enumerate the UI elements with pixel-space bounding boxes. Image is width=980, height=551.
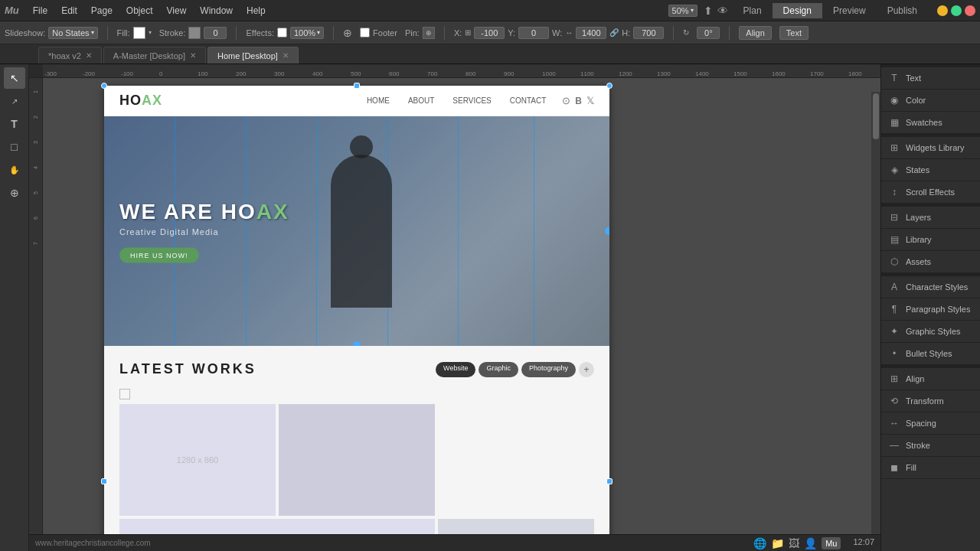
x-input[interactable] — [474, 27, 505, 39]
user-icon[interactable]: 👤 — [804, 537, 817, 549]
paragraph-styles-panel-item[interactable]: ¶ Paragraph Styles — [881, 298, 980, 320]
mode-preview[interactable]: Preview — [822, 3, 877, 18]
menu-edit[interactable]: Edit — [55, 4, 83, 18]
panel-section-stroke: — Stroke — [881, 435, 980, 457]
work-item-1[interactable]: 1280 x 860 — [119, 404, 276, 516]
nav-about[interactable]: ABOUT — [400, 93, 443, 108]
rotation-input[interactable] — [697, 27, 720, 39]
handle-mr[interactable] — [606, 478, 612, 484]
states-panel-item[interactable]: ◈ States — [881, 159, 980, 181]
tab-a-master[interactable]: A-Master [Desktop] ✕ — [103, 47, 206, 64]
color-panel-item[interactable]: ◉ Color — [881, 90, 980, 111]
behance-icon[interactable]: B — [575, 96, 582, 106]
mode-plan[interactable]: Plan — [733, 3, 773, 18]
align-panel-item[interactable]: ⊞ Align — [881, 368, 980, 390]
h-input[interactable] — [633, 27, 664, 39]
tab-hoax-v2[interactable]: *hoax v2 ✕ — [38, 47, 102, 64]
w-input[interactable] — [576, 27, 606, 39]
nav-contact[interactable]: CONTACT — [501, 93, 555, 108]
tab-home[interactable]: Home [Desktop] ✕ — [207, 47, 299, 64]
handle-tr[interactable] — [606, 83, 612, 89]
opacity-dropdown[interactable]: 100% ▾ — [290, 27, 324, 39]
tab-hoax-v2-close[interactable]: ✕ — [86, 51, 92, 60]
search-icon[interactable]: ⊙ — [562, 95, 570, 106]
canvas-area[interactable]: -300 -200 -100 0 100 200 300 400 500 600… — [29, 64, 880, 551]
widgets-panel-item[interactable]: ⊞ Widgets Library — [881, 137, 980, 158]
edge-handle[interactable] — [605, 227, 609, 235]
filter-photography[interactable]: Photography — [521, 362, 576, 377]
menu-file[interactable]: File — [27, 4, 54, 18]
text-button[interactable]: Text — [779, 26, 808, 40]
footer-checkbox[interactable] — [360, 28, 370, 37]
window-minimize[interactable] — [937, 5, 948, 16]
nav-services[interactable]: SERVICES — [444, 93, 499, 108]
vertical-scrollbar[interactable] — [871, 92, 880, 551]
swatches-panel-item[interactable]: ▦ Swatches — [881, 112, 980, 133]
tab-a-master-close[interactable]: ✕ — [190, 51, 196, 60]
fill-panel-item[interactable]: ◼ Fill — [881, 457, 980, 478]
slideshow-dropdown[interactable]: No States ▾ — [48, 27, 97, 39]
text-panel-item[interactable]: T Text — [881, 67, 980, 89]
scroll-thumb[interactable] — [873, 93, 879, 139]
x-label: X: — [454, 28, 462, 37]
transform-panel-item[interactable]: ⟲ Transform — [881, 390, 980, 412]
handle-tm[interactable] — [354, 83, 360, 89]
text-tool[interactable]: T — [4, 113, 25, 135]
status-icons: 🌐 📁 🖼 👤 Mu 12:07 — [753, 537, 874, 549]
hero-subtitle: Creative Digital Media — [119, 227, 289, 236]
work-item-2[interactable] — [279, 404, 435, 516]
stroke-panel-item[interactable]: — Stroke — [881, 435, 980, 456]
bullet-styles-panel-item[interactable]: • Bullet Styles — [881, 343, 980, 364]
mode-publish[interactable]: Publish — [877, 3, 928, 18]
menu-window[interactable]: Window — [194, 4, 239, 18]
scroll-effects-panel-item[interactable]: ↕ Scroll Effects — [881, 181, 980, 203]
fill-arrow[interactable]: ▾ — [149, 29, 152, 36]
align-button[interactable]: Align — [739, 26, 771, 40]
muse-taskbar-icon[interactable]: Mu — [822, 537, 841, 549]
window-close[interactable] — [965, 5, 975, 16]
menu-page[interactable]: Page — [85, 4, 119, 18]
twitter-icon[interactable]: 𝕏 — [586, 95, 594, 106]
lock-icon[interactable]: 🔗 — [609, 28, 619, 37]
menu-help[interactable]: Help — [240, 4, 272, 18]
filter-website[interactable]: Website — [436, 362, 475, 377]
browser-icon[interactable]: 🌐 — [753, 537, 766, 549]
menu-object[interactable]: Object — [120, 4, 159, 18]
upload-icon[interactable]: ⬆ — [704, 5, 713, 17]
character-styles-panel-item[interactable]: A Character Styles — [881, 276, 980, 298]
nav-home[interactable]: HOME — [358, 93, 398, 108]
image-icon[interactable]: 🖼 — [789, 537, 799, 549]
window-maximize[interactable] — [951, 5, 962, 16]
zoom-tool[interactable]: ⊕ — [4, 182, 25, 204]
handle-tl[interactable] — [101, 83, 107, 89]
hero-cta-button[interactable]: HIRE US NOW! — [119, 248, 199, 263]
handle-ml[interactable] — [101, 478, 107, 484]
bottom-handle[interactable] — [353, 341, 361, 346]
tab-home-close[interactable]: ✕ — [283, 51, 289, 60]
graphic-styles-panel-item[interactable]: ✦ Graphic Styles — [881, 321, 980, 342]
layers-panel-item[interactable]: ⊟ Layers — [881, 207, 980, 228]
mode-design[interactable]: Design — [773, 3, 822, 18]
pin-control[interactable]: ⊕ — [423, 27, 435, 39]
select-tool[interactable]: ↖ — [4, 67, 25, 89]
stroke-input[interactable] — [204, 27, 227, 39]
library-panel-item[interactable]: ▤ Library — [881, 229, 980, 250]
effects-checkbox[interactable] — [277, 28, 287, 37]
sep5 — [673, 26, 674, 40]
site-logo: HOAX — [119, 93, 162, 109]
canvas-content[interactable]: HOAX HOME ABOUT SERVICES CONTACT ⊙ B 𝕏 — [43, 78, 880, 551]
subselect-tool[interactable]: ↗ — [4, 90, 25, 112]
spacing-panel-item[interactable]: ↔ Spacing — [881, 412, 980, 434]
menu-view[interactable]: View — [161, 4, 193, 18]
y-input[interactable] — [518, 27, 549, 39]
preview-icon[interactable]: 👁 — [717, 5, 728, 17]
folder-icon[interactable]: 📁 — [771, 537, 784, 549]
fill-color[interactable] — [133, 27, 145, 39]
hand-tool[interactable]: ✋ — [4, 159, 25, 181]
stroke-color[interactable] — [188, 27, 201, 39]
assets-panel-item[interactable]: ⬡ Assets — [881, 251, 980, 272]
rectangle-tool[interactable]: □ — [4, 136, 25, 158]
filter-add-button[interactable]: + — [579, 362, 594, 377]
zoom-dropdown[interactable]: 50% ▾ — [668, 5, 697, 17]
filter-graphic[interactable]: Graphic — [479, 362, 518, 377]
